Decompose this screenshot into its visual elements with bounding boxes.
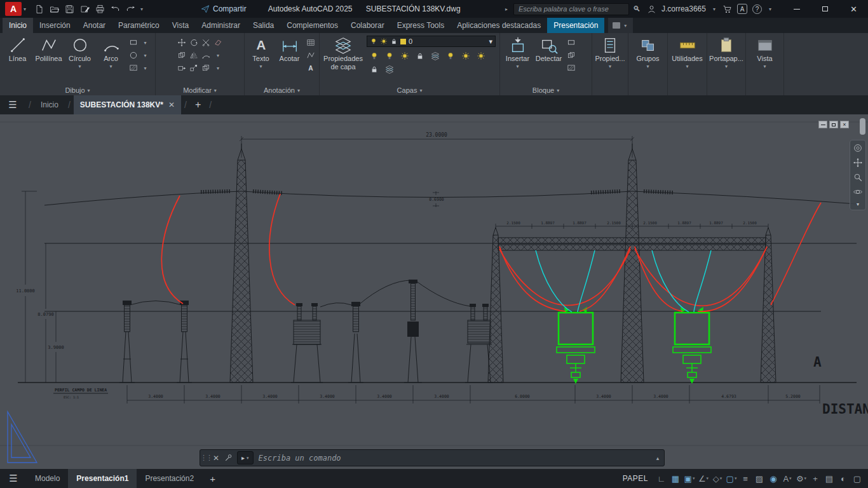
arc-dropdown-icon[interactable]: ▾ (109, 63, 112, 71)
annotation-monitor-icon[interactable]: + (808, 470, 822, 487)
move-tool-icon[interactable] (177, 37, 187, 48)
polyline-button[interactable]: Polilínea (34, 35, 64, 62)
thaw-all-tool-icon[interactable] (476, 51, 487, 61)
array-tool-icon[interactable] (201, 63, 212, 73)
search-expand-icon[interactable]: ▸ (503, 6, 510, 12)
propiedades-panel-button[interactable]: Propied...▾ (595, 35, 625, 71)
ellipse-tool-icon[interactable] (128, 50, 139, 60)
layer-freeze-tool-icon[interactable] (400, 51, 410, 61)
model-tab[interactable]: Modelo (27, 469, 68, 488)
canvas-scrollbar-thumb[interactable] (860, 118, 865, 135)
close-button[interactable]: ✕ (839, 0, 868, 18)
search-input[interactable] (513, 3, 629, 15)
workspace-switching-icon[interactable]: ⚙▾ (794, 470, 808, 487)
ribbon-options-button[interactable]: ▾ (608, 18, 633, 33)
qat-customize-caret-icon[interactable]: ▾ (139, 6, 145, 12)
new-file-icon[interactable] (32, 2, 46, 16)
zoom-icon[interactable] (853, 172, 863, 182)
user-icon[interactable] (647, 4, 656, 14)
array-dropdown-icon[interactable]: ▾ (217, 65, 219, 71)
layer-dropdown-caret-icon[interactable]: ▾ (489, 37, 492, 46)
pan-icon[interactable] (853, 158, 863, 168)
hatch-tool-icon[interactable] (128, 63, 139, 73)
transparency-toggle-icon[interactable]: ▨ (752, 470, 766, 487)
annotation-scale-icon[interactable]: A▾ (780, 470, 794, 487)
erase-tool-icon[interactable] (213, 37, 224, 48)
arc-button[interactable]: Arco▾ (96, 35, 126, 71)
navbar-more-icon[interactable]: ▾ (857, 201, 859, 207)
layer-freeze-sun-icon[interactable] (380, 37, 388, 45)
make-current-tool-icon[interactable] (430, 51, 441, 61)
panel-label-dibujo[interactable]: Dibujo▾ (0, 85, 155, 95)
layer-on-bulb-icon[interactable] (370, 37, 377, 45)
application-menu-button[interactable]: A (5, 2, 22, 16)
redo-icon[interactable] (123, 2, 137, 16)
insert-dropdown-icon[interactable]: ▾ (516, 63, 519, 71)
grupos-expand-icon[interactable]: ▾ (646, 63, 649, 71)
circle-button[interactable]: Círculo▾ (65, 35, 95, 71)
search-icon[interactable]: 🔍︎ (633, 4, 641, 13)
snap-toggle-icon[interactable]: ▣▾ (682, 470, 696, 487)
isolate-objects-icon[interactable]: ◐ (836, 470, 850, 487)
autodesk-access-icon[interactable]: A (737, 4, 747, 14)
new-drawing-tab-button[interactable]: + (195, 99, 201, 111)
viewport-restore-icon[interactable] (829, 121, 838, 128)
lineweight-toggle-icon[interactable]: ≡ (738, 470, 752, 487)
leader-tool-icon[interactable] (305, 50, 316, 60)
steering-wheel-icon[interactable] (853, 143, 863, 153)
portapapeles-expand-icon[interactable]: ▾ (725, 63, 728, 71)
rectangle-tool-icon[interactable] (128, 37, 139, 48)
panel-label-anotacion[interactable]: Anotación▾ (245, 85, 319, 95)
ribbon-tab-anotar[interactable]: Anotar (77, 18, 112, 33)
start-tab[interactable]: Inicio (34, 95, 65, 114)
create-block-tool-icon[interactable] (566, 50, 576, 60)
ribbon-tab-vista[interactable]: Vista (166, 18, 195, 33)
line-button[interactable]: Línea (3, 35, 32, 62)
layer-unisolate-tool-icon[interactable] (461, 51, 471, 61)
match-layer-tool-icon[interactable] (384, 64, 395, 74)
panel-label-modificar[interactable]: Modificar▾ (156, 85, 244, 95)
drawing-viewport[interactable]: 23.0000 0.6900 (0, 114, 868, 469)
text-dropdown-icon[interactable]: ▾ (259, 63, 262, 71)
hatch-dropdown-icon[interactable]: ▾ (144, 65, 146, 71)
ucs-toggle-icon[interactable]: ∟ (654, 470, 668, 487)
command-grip-icon[interactable]: ⋮⋮ (200, 454, 210, 462)
file-tabs-menu-icon[interactable]: ☰ (0, 99, 25, 111)
plot-icon[interactable] (93, 2, 107, 16)
panel-label-capas[interactable]: Capas▾ (320, 85, 499, 95)
selection-cycling-icon[interactable]: ◉ (766, 470, 780, 487)
layer-on-tool-icon[interactable] (445, 51, 456, 61)
dimension-button[interactable]: Acotar (276, 35, 303, 62)
quick-properties-icon[interactable]: ▤ (822, 470, 836, 487)
viewport-close-icon[interactable]: × (840, 121, 849, 128)
utilidades-expand-icon[interactable]: ▾ (686, 63, 688, 71)
scale-tool-icon[interactable] (189, 63, 200, 73)
minimize-button[interactable] (782, 0, 811, 18)
paper-model-toggle[interactable]: PAPEL (623, 474, 648, 483)
share-button[interactable]: Compartir (201, 4, 247, 13)
rectangle-dropdown-icon[interactable]: ▾ (144, 40, 146, 46)
layout-menu-icon[interactable]: ☰ (0, 473, 27, 484)
text-style-tool-icon[interactable] (305, 63, 316, 73)
polar-tracking-icon[interactable]: ∠▾ (696, 470, 710, 487)
application-menu-caret-icon[interactable]: ▾ (22, 6, 28, 12)
detect-button[interactable]: Detectar (534, 35, 564, 62)
save-icon[interactable] (62, 2, 76, 16)
fillet-dropdown-icon[interactable]: ▾ (217, 53, 219, 58)
layer-lock-icon[interactable] (390, 37, 398, 45)
close-tab-icon[interactable]: ✕ (168, 100, 175, 109)
ribbon-tab-express-tools[interactable]: Express Tools (391, 18, 451, 33)
circle-dropdown-icon[interactable]: ▾ (78, 63, 81, 71)
command-close-icon[interactable]: ✕ (210, 454, 222, 463)
cart-icon[interactable] (722, 4, 732, 14)
table-tool-icon[interactable] (305, 37, 316, 48)
user-menu-caret-icon[interactable]: ▾ (711, 6, 717, 12)
layer-color-swatch[interactable] (400, 39, 406, 44)
layer-lock-tool-icon[interactable] (415, 51, 426, 61)
rotate-tool-icon[interactable] (189, 37, 200, 48)
layout2-tab[interactable]: Presentación2 (137, 469, 202, 488)
save-as-icon[interactable] (78, 2, 92, 16)
ribbon-tab-colaborar[interactable]: Colaborar (344, 18, 391, 33)
recent-commands-caret-icon[interactable]: ▾ (247, 456, 249, 461)
osnap-toggle-icon[interactable]: ▢▾ (724, 470, 738, 487)
